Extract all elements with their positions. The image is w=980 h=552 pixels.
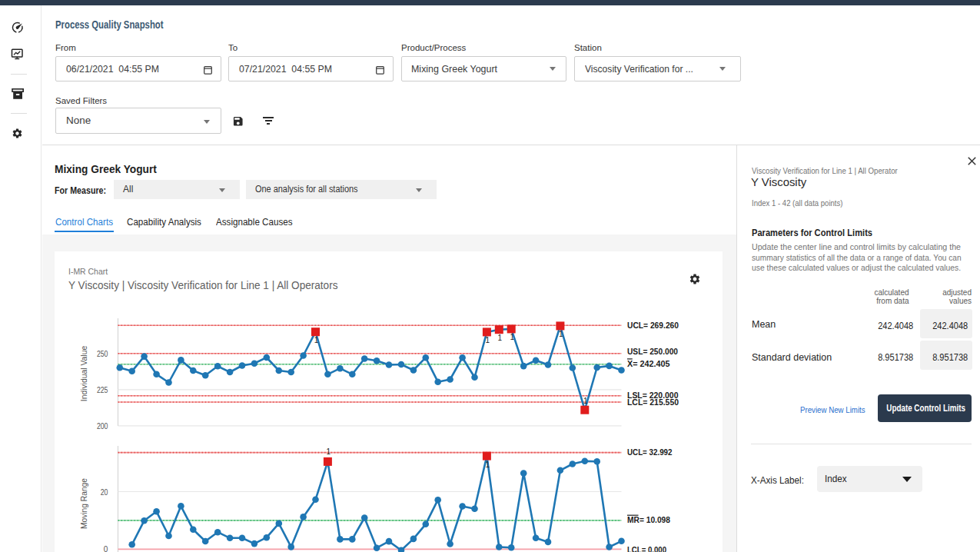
svg-text:1: 1 [327,447,331,456]
svg-text:1: 1 [498,334,503,342]
svg-text:Moving Range: Moving Range [79,478,88,529]
svg-text:250: 250 [97,350,108,358]
svg-text:20: 20 [101,488,108,497]
svg-text:1: 1 [559,330,563,338]
svg-text:Individual Value: Individual Value [79,346,88,401]
svg-text:1: 1 [314,336,319,344]
svg-text:1: 1 [486,336,490,344]
svg-text:LCL= 215.550: LCL= 215.550 [627,397,679,407]
svg-text:X= 242.405: X= 242.405 [627,359,670,368]
svg-text:225: 225 [97,386,108,394]
svg-text:UCL= 269.260: UCL= 269.260 [627,321,679,330]
svg-text:1: 1 [486,461,490,469]
svg-text:1: 1 [510,333,514,341]
svg-text:LCL= 0.000: LCL= 0.000 [627,545,666,552]
svg-text:0: 0 [104,545,108,552]
svg-text:MR= 10.098: MR= 10.098 [627,515,670,524]
svg-text:USL= 250.000: USL= 250.000 [627,347,678,356]
svg-text:1: 1 [583,397,588,405]
svg-text:UCL= 32.992: UCL= 32.992 [627,447,673,457]
svg-text:200: 200 [97,422,108,431]
